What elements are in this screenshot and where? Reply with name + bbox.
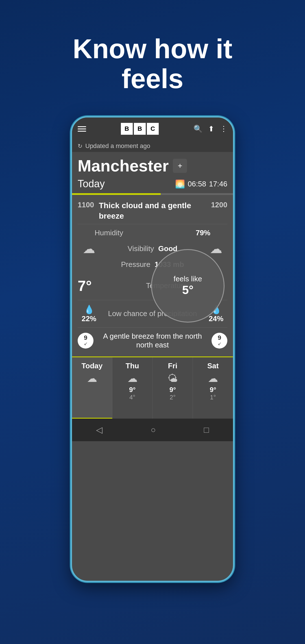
bbc-c: C [147,123,159,135]
visibility-label: Visibility [128,244,154,253]
forecast-label-today: Today [82,362,103,370]
wind-speed-right: 9 [218,335,221,341]
forecast-temps-sat: 9° 1° [210,386,216,401]
forecast-day-thu[interactable]: Thu ☁ 9° 4° [112,357,153,419]
precip-left: 💧 22% [78,304,100,323]
temp-value-left: 7° [78,277,100,294]
share-icon[interactable]: ⬆ [208,125,214,133]
wind-badge-left: 9 ↙ [78,333,93,349]
forecast-day-fri[interactable]: Fri 🌤 9° 2° [153,357,193,419]
cloud-icon-right: ☁ [205,242,227,256]
add-icon: + [178,161,182,170]
bbc-header: B B C 🔍 ⬆ ⋮ [72,118,233,140]
today-row: Today 🌅 06:58 17:46 [78,178,227,193]
forecast-high-thu: 9° [129,386,136,394]
hero-title: Know how it feels [68,34,237,93]
location-row: Manchester + [78,156,227,175]
forecast-day-today[interactable]: Today ☁ [72,357,112,419]
hero-title-line1: Know how it [73,34,232,64]
feels-like-temp: 5° [182,283,193,297]
bbc-logo: B B C [121,123,159,135]
wind-section: 9 ↙ A gentle breeze from the north north… [72,328,233,354]
wind-badge-right: 9 ↙ [212,333,227,349]
header-icons: 🔍 ⬆ ⋮ [193,125,227,133]
more-icon[interactable]: ⋮ [220,125,227,133]
time-start: 1100 [78,201,95,209]
sunset-time: 17:46 [209,180,227,188]
time-description-row: 1100 Thick cloud and a gentle breeze 120… [72,195,233,224]
cloud-icon-left: ☁ [78,242,100,256]
search-icon[interactable]: 🔍 [193,125,202,133]
forecast-low-thu: 4° [129,394,135,401]
forecast-temps-fri: 9° 2° [169,386,176,401]
hamburger-button[interactable] [78,126,86,132]
phone-frame: B B C 🔍 ⬆ ⋮ ↻ Updated a moment ago Manch… [71,116,234,582]
today-label: Today [78,178,105,190]
pressure-label: Pressure [121,260,150,269]
temperature-section: 7° Temperature feels like 5° [72,272,233,300]
wind-speed-left: 9 [84,335,87,341]
wind-description: A gentle breeze from the north north eas… [93,332,212,349]
forecast-label-fri: Fri [168,362,177,370]
nav-bar: ◁ ○ □ [72,419,233,441]
update-text: Updated a moment ago [85,142,150,150]
bbc-b1: B [121,123,133,135]
forecast-label-thu: Thu [126,362,139,370]
add-location-button[interactable]: + [173,159,187,173]
forecast-icon-today: ☁ [87,373,97,384]
wind-arrow-right: ↙ [218,341,221,346]
forecast-high-sat: 9° [210,386,216,394]
location-section: Manchester + Today 🌅 06:58 17:46 [72,152,233,193]
wind-arrow-left: ↙ [84,341,88,346]
forecast-low-sat: 1° [210,394,216,401]
humidity-value: 79% [196,229,210,237]
forecast-icon-sat: ☁ [208,373,218,384]
update-bar: ↻ Updated a moment ago [72,140,233,152]
location-name: Manchester [78,156,169,175]
humidity-label: Humidity [95,229,123,237]
weather-description: Thick cloud and a gentle breeze [95,201,210,221]
forecast-temps-thu: 9° 4° [129,386,136,401]
hero-title-line2: feels [122,64,184,94]
feels-like-label: feels like [173,275,202,283]
humidity-row: Humidity 79% [72,224,233,240]
icons-visibility-row: ☁ Visibility Good ☁ [72,240,233,257]
sunrise-sunset: 🌅 06:58 17:46 [175,179,227,189]
nav-recents-icon[interactable]: □ [204,425,209,435]
forecast-high-fri: 9° [169,386,176,394]
precip-percent-right: 24% [209,314,223,323]
main-weather-area: 1100 Thick cloud and a gentle breeze 120… [72,195,233,356]
sunrise-time: 06:58 [188,180,206,188]
forecast-day-sat[interactable]: Sat ☁ 9° 1° [193,357,233,419]
refresh-icon: ↻ [78,143,82,149]
feels-like-circle: feels like 5° [151,249,225,323]
bbc-b2: B [134,123,146,135]
nav-back-icon[interactable]: ◁ [96,425,103,435]
forecast-icon-fri: 🌤 [167,373,178,384]
forecast-label-sat: Sat [207,362,219,370]
sun-icon: 🌅 [175,179,185,189]
forecast-bar: Today ☁ Thu ☁ 9° 4° Fri 🌤 9° 2° Sat ☁ [72,356,233,419]
nav-home-icon[interactable]: ○ [151,425,156,435]
forecast-icon-thu: ☁ [127,373,138,384]
precip-icon-left: 💧 [84,304,94,314]
forecast-low-fri: 2° [170,394,176,401]
time-end: 1200 [210,201,227,209]
precip-percent-left: 22% [82,314,96,323]
